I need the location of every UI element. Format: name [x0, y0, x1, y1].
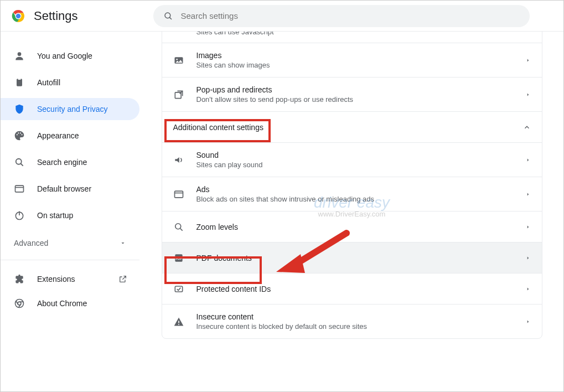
- browser-icon: [14, 183, 25, 194]
- sidebar-item-label: On startup: [37, 211, 73, 220]
- sidebar-item-label: Security and Privacy: [37, 105, 108, 114]
- search-input[interactable]: [181, 11, 520, 20]
- setting-sub: Insecure content is blocked by default o…: [196, 322, 513, 331]
- setting-row-insecure[interactable]: Insecure content Insecure content is blo…: [162, 304, 542, 338]
- setting-row-sound[interactable]: Sound Sites can play sound: [162, 142, 542, 177]
- open-external-icon: [118, 275, 127, 283]
- settings-panel: Sites can use Javascript Images Sites ca…: [162, 32, 542, 339]
- setting-row-protected-content[interactable]: Protected content IDs: [162, 273, 542, 304]
- setting-title: Sound: [196, 151, 513, 159]
- power-icon: [14, 210, 25, 221]
- setting-title: Zoom levels: [196, 223, 513, 231]
- chevron-up-icon: [523, 123, 531, 131]
- sidebar-item-label: Extensions: [37, 275, 75, 283]
- sidebar-item-appearance[interactable]: Appearance: [1, 125, 139, 147]
- svg-point-9: [18, 132, 19, 133]
- sidebar-item-label: Appearance: [37, 131, 79, 140]
- page-title: Settings: [34, 9, 78, 23]
- section-additional-content[interactable]: Additional content settings: [162, 111, 542, 142]
- section-title: Additional content settings: [173, 123, 511, 132]
- svg-text:PDF: PDF: [175, 256, 182, 260]
- setting-title: Protected content IDs: [196, 285, 513, 293]
- setting-row-ads[interactable]: Ads Block ads on sites that show intrusi…: [162, 177, 542, 211]
- extension-icon: [14, 274, 25, 285]
- setting-sub: Sites can use Javascript: [196, 32, 531, 36]
- chevron-right-icon: [525, 92, 531, 97]
- search-bar[interactable]: [153, 5, 530, 27]
- setting-row-popups[interactable]: Pop-ups and redirects Don't allow sites …: [162, 77, 542, 111]
- svg-rect-33: [178, 321, 179, 323]
- svg-point-12: [16, 159, 22, 164]
- svg-rect-26: [174, 191, 183, 198]
- sidebar-item-extensions[interactable]: Extensions: [1, 268, 139, 290]
- svg-rect-34: [178, 324, 179, 325]
- clipboard-icon: [14, 77, 25, 88]
- sound-icon: [173, 154, 184, 166]
- setting-title: Images: [196, 51, 513, 60]
- svg-line-13: [21, 164, 23, 166]
- sidebar-item-label: Search engine: [37, 158, 87, 167]
- person-icon: [14, 50, 25, 61]
- chevron-right-icon: [525, 224, 531, 230]
- svg-rect-6: [17, 79, 22, 86]
- setting-row-pdf[interactable]: PDF PDF documents: [162, 242, 542, 273]
- warning-icon: [173, 316, 184, 327]
- chrome-outline-icon: [14, 298, 25, 309]
- advanced-label: Advanced: [14, 239, 48, 247]
- svg-line-29: [180, 228, 182, 230]
- sidebar-item-label: About Chrome: [37, 299, 87, 308]
- sidebar-item-on-startup[interactable]: On startup: [1, 204, 139, 226]
- protected-icon: [173, 283, 184, 295]
- sidebar-item-about-chrome[interactable]: About Chrome: [1, 292, 139, 314]
- search-icon: [14, 157, 25, 168]
- chevron-right-icon: [525, 319, 531, 324]
- chevron-right-icon: [525, 157, 531, 163]
- svg-rect-7: [18, 78, 21, 80]
- content: Sites can use Javascript Images Sites ca…: [140, 32, 563, 391]
- svg-point-2: [16, 13, 21, 18]
- setting-title: Ads: [196, 185, 513, 194]
- setting-sub: Sites can play sound: [196, 161, 513, 169]
- setting-title: PDF documents: [196, 254, 513, 262]
- setting-title: Insecure content: [196, 312, 513, 321]
- setting-row-javascript[interactable]: Sites can use Javascript: [162, 32, 542, 43]
- svg-point-24: [176, 59, 178, 60]
- sidebar-item-default-browser[interactable]: Default browser: [1, 178, 139, 200]
- setting-row-zoom[interactable]: Zoom levels: [162, 211, 542, 242]
- zoom-icon: [173, 221, 184, 233]
- sidebar-item-security-privacy[interactable]: Security and Privacy: [1, 98, 139, 120]
- svg-rect-14: [15, 185, 24, 192]
- sidebar-item-you-and-google[interactable]: You and Google: [1, 45, 139, 67]
- chevron-right-icon: [525, 192, 531, 197]
- sidebar-item-label: You and Google: [37, 51, 92, 60]
- svg-point-28: [175, 223, 180, 229]
- chevron-right-icon: [525, 255, 531, 261]
- sidebar-advanced-toggle[interactable]: Advanced: [1, 229, 139, 255]
- setting-sub: Don't allow sites to send pop-ups or use…: [196, 95, 513, 104]
- svg-point-8: [17, 134, 18, 135]
- sidebar: You and Google Autofill Security and Pri…: [1, 32, 140, 391]
- svg-point-5: [18, 52, 22, 56]
- popup-icon: [173, 89, 184, 100]
- shield-icon: [14, 104, 25, 115]
- search-icon: [163, 11, 173, 21]
- svg-line-4: [169, 17, 172, 19]
- svg-point-11: [22, 134, 23, 135]
- sidebar-divider: [1, 260, 139, 260]
- setting-sub: Block ads on sites that show intrusive o…: [196, 195, 513, 203]
- sidebar-item-label: Autofill: [37, 78, 60, 87]
- chevron-right-icon: [525, 58, 531, 63]
- sidebar-item-autofill[interactable]: Autofill: [1, 71, 139, 94]
- setting-row-images[interactable]: Images Sites can show images: [162, 43, 542, 77]
- main: You and Google Autofill Security and Pri…: [1, 32, 563, 391]
- pdf-icon: PDF: [173, 252, 184, 264]
- palette-icon: [14, 130, 25, 141]
- svg-point-10: [20, 132, 21, 133]
- svg-rect-32: [175, 286, 182, 292]
- ads-icon: [173, 189, 184, 200]
- sidebar-item-search-engine[interactable]: Search engine: [1, 151, 139, 173]
- setting-title: Pop-ups and redirects: [196, 85, 513, 94]
- image-icon: [173, 55, 184, 66]
- header: Settings: [1, 1, 563, 32]
- chevron-down-icon: [120, 240, 126, 246]
